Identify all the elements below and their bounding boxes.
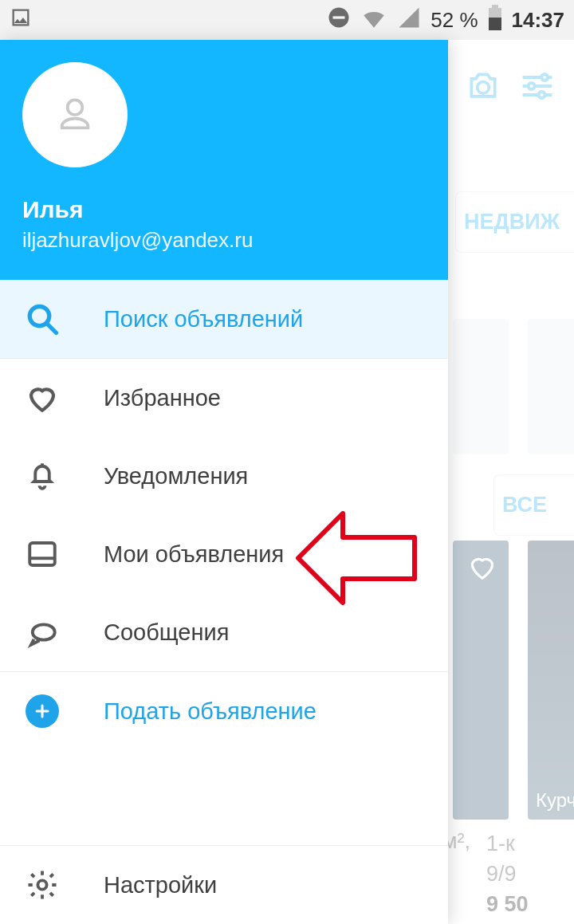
svg-rect-3 xyxy=(489,18,501,30)
bell-icon xyxy=(26,459,59,493)
chat-icon xyxy=(26,615,59,649)
avatar[interactable] xyxy=(22,62,128,167)
sidebar-item-settings[interactable]: Настройки xyxy=(0,846,448,924)
svg-rect-14 xyxy=(29,543,55,565)
wifi-icon xyxy=(360,4,387,37)
sidebar-item-search[interactable]: Поиск объявлений xyxy=(0,280,448,358)
sidebar-item-label: Подать объявление xyxy=(104,698,316,725)
sidebar-item-label: Мои объявления xyxy=(104,541,284,568)
plus-icon xyxy=(26,694,59,728)
navigation-drawer: Илья iljazhuravljov@yandex.ru Поиск объя… xyxy=(0,40,448,924)
sidebar-item-messages[interactable]: Сообщения xyxy=(0,593,448,671)
svg-point-16 xyxy=(37,880,46,889)
sidebar-item-label: Настройки xyxy=(104,872,217,898)
sidebar-item-label: Избранное xyxy=(104,385,221,411)
heart-icon xyxy=(26,381,59,415)
svg-line-13 xyxy=(46,323,56,332)
drawer-header[interactable]: Илья iljazhuravljov@yandex.ru xyxy=(0,40,448,280)
battery-icon xyxy=(488,5,502,36)
gear-icon xyxy=(26,868,59,902)
do-not-disturb-icon xyxy=(327,6,351,35)
sidebar-item-label: Поиск объявлений xyxy=(104,306,303,332)
search-icon xyxy=(26,302,59,336)
sidebar-item-label: Сообщения xyxy=(104,619,229,646)
svg-rect-1 xyxy=(333,16,345,18)
user-name: Илья xyxy=(22,196,426,223)
clock: 14:37 xyxy=(512,8,565,33)
picture-icon xyxy=(10,6,32,34)
status-bar: 52 % 14:37 xyxy=(0,0,574,40)
sidebar-item-favorites[interactable]: Избранное xyxy=(0,359,448,437)
sidebar-item-notifications[interactable]: Уведомления xyxy=(0,437,448,515)
user-email: iljazhuravljov@yandex.ru xyxy=(22,228,426,253)
sidebar-item-label: Уведомления xyxy=(104,463,248,490)
battery-percent: 52 % xyxy=(431,8,478,33)
sidebar-item-post-ad[interactable]: Подать объявление xyxy=(0,672,448,750)
svg-rect-4 xyxy=(492,5,498,8)
list-icon xyxy=(26,537,59,571)
sidebar-item-my-ads[interactable]: Мои объявления xyxy=(0,515,448,593)
signal-icon xyxy=(397,6,421,35)
